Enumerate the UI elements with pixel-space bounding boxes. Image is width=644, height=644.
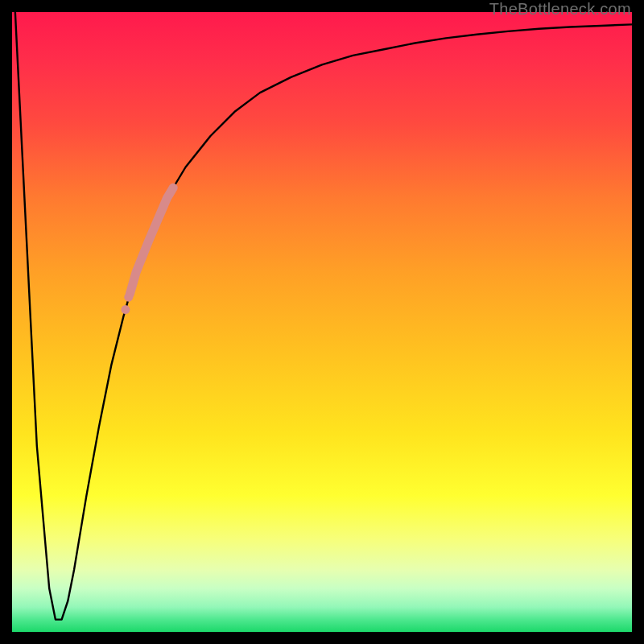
bottleneck-curve — [15, 12, 632, 620]
chart-stage: TheBottleneck.com — [0, 0, 644, 644]
highlight-dot — [121, 305, 130, 314]
plot-area — [12, 12, 632, 632]
highlight-segment — [130, 188, 173, 294]
highlight-dot — [124, 293, 133, 302]
curve-svg — [12, 12, 632, 632]
watermark-label: TheBottleneck.com — [489, 0, 631, 19]
